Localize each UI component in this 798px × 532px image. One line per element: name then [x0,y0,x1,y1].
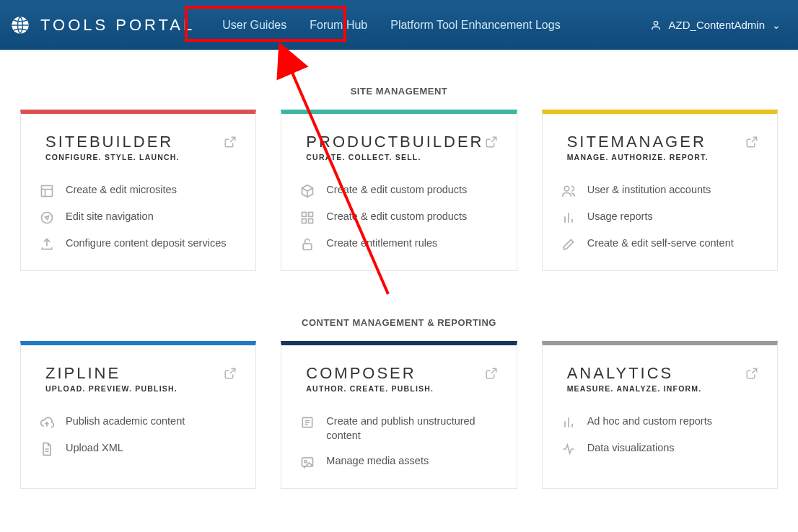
lock-icon [300,237,315,252]
card-row-site-management: SITEBUILDER CONFIGURE. STYLE. LAUNCH. Cr… [20,110,778,271]
layout-icon [40,184,54,198]
top-header: TOOLS PORTAL User Guides Forum Hub Platf… [0,0,798,50]
external-link-icon[interactable] [224,367,237,380]
feature-item[interactable]: Publish academic content [40,409,237,435]
card-subtitle: UPLOAD. PREVIEW. PUBLISH. [45,384,177,393]
edit-icon [561,237,576,252]
compass-icon [40,210,54,225]
feature-item[interactable]: Data visualizations [561,435,758,462]
feature-item[interactable]: Edit site navigation [40,204,237,231]
feature-item[interactable]: Create entitlement rules [300,231,497,257]
card-title: PRODUCTBUILDER [306,133,483,151]
card-productbuilder[interactable]: PRODUCTBUILDER CURATE. COLLECT. SELL. Cr… [281,110,517,271]
card-zipline[interactable]: ZIPLINE UPLOAD. PREVIEW. PUBLISH. Publis… [20,341,256,489]
feature-item[interactable]: Create and publish unstructured content [300,409,497,448]
pulse-icon [561,442,576,456]
card-analytics[interactable]: ANALYTICS MEASURE. ANALYZE. INFORM. Ad h… [542,341,778,489]
feature-item[interactable]: Manage media assets [300,448,497,475]
image-icon [300,455,315,469]
logo-text: TOOLS PORTAL [40,16,195,35]
chevron-down-icon: ⌄ [772,19,781,31]
feature-item[interactable]: User & institution accounts [561,177,758,204]
user-icon [650,19,662,31]
nav-enhancement-logs[interactable]: Platform Tool Enhancement Logs [379,0,571,50]
upload-icon [40,237,54,252]
card-title: SITEBUILDER [45,133,180,151]
card-subtitle: CURATE. COLLECT. SELL. [306,153,483,161]
external-link-icon[interactable] [745,136,758,148]
page-body: SITE MANAGEMENT SITEBUILDER CONFIGURE. S… [0,86,798,489]
feature-item[interactable]: Create & edit microsites [40,177,237,204]
card-row-content-management: ZIPLINE UPLOAD. PREVIEW. PUBLISH. Publis… [20,341,778,489]
grid-icon [300,210,315,225]
external-link-icon[interactable] [485,136,498,148]
card-sitebuilder[interactable]: SITEBUILDER CONFIGURE. STYLE. LAUNCH. Cr… [20,110,256,271]
users-icon [561,184,576,198]
card-subtitle: MANAGE. AUTHORIZE. REPORT. [567,153,709,161]
feature-item[interactable]: Ad hoc and custom reports [561,409,758,435]
user-name: AZD_ContentAdmin [669,19,765,31]
cube-icon [300,184,315,198]
card-title: ZIPLINE [45,364,177,383]
nav-forum-hub[interactable]: Forum Hub [298,0,379,50]
card-title: ANALYTICS [567,364,702,383]
cloud-upload-icon [40,415,54,430]
bar-chart-icon [561,210,576,225]
top-nav: User Guides Forum Hub Platform Tool Enha… [211,0,571,50]
card-title: SITEMANAGER [567,133,709,151]
feature-item[interactable]: Create & edit custom products [300,177,497,204]
section-title-site-management: SITE MANAGEMENT [20,86,778,97]
card-title: COMPOSER [306,364,434,383]
feature-item[interactable]: Usage reports [561,204,758,231]
feature-item[interactable]: Upload XML [40,435,237,462]
bar-chart-icon [561,415,576,430]
user-menu[interactable]: AZD_ContentAdmin ⌄ [650,19,781,31]
external-link-icon[interactable] [485,367,498,380]
card-subtitle: AUTHOR. CREATE. PUBLISH. [306,384,434,393]
feature-item[interactable]: Configure content deposit services [40,231,237,257]
file-icon [40,442,54,456]
feature-item[interactable]: Create & edit custom products [300,204,497,231]
document-icon [300,415,315,430]
external-link-icon[interactable] [745,367,758,380]
section-title-content-management: CONTENT MANAGEMENT & REPORTING [20,317,778,328]
external-link-icon[interactable] [224,136,237,148]
card-composer[interactable]: COMPOSER AUTHOR. CREATE. PUBLISH. Create… [281,341,517,489]
card-subtitle: MEASURE. ANALYZE. INFORM. [567,384,702,393]
nav-user-guides[interactable]: User Guides [211,0,298,50]
card-subtitle: CONFIGURE. STYLE. LAUNCH. [45,153,180,161]
logo-icon [10,15,30,35]
feature-item[interactable]: Create & edit self-serve content [561,231,758,257]
card-sitemanager[interactable]: SITEMANAGER MANAGE. AUTHORIZE. REPORT. U… [542,110,778,271]
